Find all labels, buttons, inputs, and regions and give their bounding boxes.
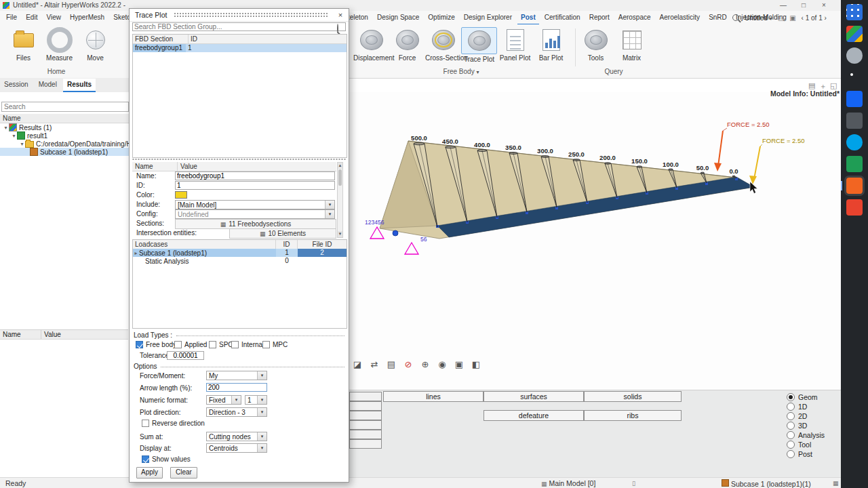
radio-analysis[interactable]: Analysis (787, 431, 825, 439)
numeric-format-select[interactable]: Fixed▾ (206, 395, 241, 405)
clear-button[interactable]: Clear (170, 467, 197, 479)
close-button[interactable]: × (814, 0, 834, 10)
tool-panel-plot[interactable]: Panel Plot (497, 27, 533, 62)
loadcase-row-static[interactable]: Static Analysis 0 (133, 257, 347, 265)
tool-files[interactable]: Files (5, 27, 41, 62)
spc-checkbox[interactable]: SPC (209, 341, 233, 348)
tool-cross-section[interactable]: Cross-Section (425, 27, 461, 62)
terminal-icon[interactable] (846, 113, 863, 129)
lines-button[interactable]: lines (383, 391, 484, 402)
dialog-titlebar[interactable]: Trace Plot × (130, 9, 349, 22)
settings-icon[interactable] (846, 47, 863, 64)
checkbox-icon[interactable] (262, 341, 270, 348)
col-fbd-section-group[interactable]: FBD Section Group (133, 35, 189, 43)
altair-app-icon[interactable] (846, 199, 863, 216)
radio-2d[interactable]: 2D (787, 412, 807, 420)
caret-right-icon[interactable]: ▸ (133, 250, 139, 256)
node-marker[interactable] (393, 230, 398, 236)
tool-trace-plot[interactable]: Trace Plot (461, 27, 497, 63)
id-field[interactable] (175, 181, 335, 190)
sum-at-select[interactable]: Cutting nodes▾ (206, 432, 267, 441)
defeature-button[interactable]: defeature (484, 410, 584, 421)
teams-icon[interactable] (846, 91, 863, 107)
launcher-icon[interactable] (846, 26, 863, 42)
checkbox-icon[interactable] (174, 341, 182, 348)
applied-checkbox[interactable]: Applied (174, 341, 207, 348)
menu-aeroelasticity[interactable]: Aeroelasticity (656, 11, 703, 24)
col-id[interactable]: ID (189, 35, 197, 43)
display-at-select[interactable]: Centroids▾ (206, 443, 267, 453)
color-swatch[interactable] (175, 191, 187, 199)
menu-view[interactable]: View (43, 11, 64, 24)
mpc-checkbox[interactable]: MPC (262, 341, 288, 348)
checkbox-icon[interactable] (142, 420, 149, 427)
apply-button[interactable]: Apply (136, 467, 163, 479)
radio-icon[interactable] (787, 441, 795, 449)
menu-aerospace[interactable]: Aerospace (615, 11, 654, 24)
fbd-search-input[interactable] (132, 22, 346, 31)
tool-bar-plot[interactable]: Bar Plot (533, 27, 569, 62)
tool-force[interactable]: Force (389, 27, 425, 62)
search-input[interactable] (1, 102, 129, 112)
ribbon-group-free-body[interactable]: Free Body ▾ (353, 68, 569, 75)
caret-down-icon[interactable]: ▾ (3, 125, 9, 131)
radio-icon[interactable] (787, 403, 795, 411)
tool-matrix[interactable]: Matrix (614, 27, 650, 62)
skype-icon[interactable] (846, 134, 863, 150)
caret-down-icon[interactable]: ▾ (11, 133, 17, 139)
arrow-length-field[interactable] (206, 383, 267, 392)
page-navigator[interactable]: ‹ 1 of 1 › (802, 14, 827, 22)
scroll-down-icon[interactable]: ▼ (338, 231, 342, 237)
grid-icon[interactable]: ▦ (833, 480, 839, 487)
radio-tool[interactable]: Tool (787, 441, 811, 449)
panel-field[interactable] (349, 430, 382, 439)
include-select[interactable]: [Main Model]▾ (175, 200, 335, 209)
hypermesh-icon[interactable] (846, 178, 863, 194)
tree-item-results[interactable]: ▾ Results (1) (0, 123, 131, 131)
radio-icon[interactable] (787, 431, 795, 439)
tool-tools[interactable]: Tools (578, 27, 614, 62)
props-scrollbar[interactable]: ▲ ▼ (337, 162, 343, 238)
ribs-button[interactable]: ribs (584, 410, 682, 421)
free-body-checkbox[interactable]: Free body (136, 341, 176, 348)
tool-move[interactable]: Move (77, 27, 113, 62)
maximize-button[interactable]: □ (793, 0, 814, 10)
plot-direction-select[interactable]: Direction - 3▾ (206, 407, 267, 417)
col-loadcases[interactable]: Loadcases (133, 240, 276, 249)
radio-3d[interactable]: 3D (787, 422, 807, 430)
sections-field[interactable]: ▦ 11 Freebodysections (175, 219, 336, 229)
tool-measure[interactable]: Measure (41, 27, 77, 62)
tab-results[interactable]: Results (63, 79, 96, 92)
menu-snrd[interactable]: SnRD (705, 11, 730, 24)
tool-displacement[interactable]: Displacement (353, 27, 389, 62)
panel-field[interactable] (349, 401, 382, 411)
fbd-group-row[interactable]: freebodygroup1 1 (133, 44, 347, 52)
col-loadcase-id[interactable]: ID (276, 240, 298, 249)
tab-session[interactable]: Session (0, 78, 33, 92)
tab-model[interactable]: Model (35, 78, 61, 92)
menu-optimize[interactable]: Optimize (425, 11, 458, 24)
reverse-direction-checkbox[interactable]: Reverse direction (142, 420, 205, 427)
page-icon[interactable]: ▯ (632, 480, 635, 487)
force-moment-select[interactable]: My▾ (206, 371, 267, 380)
start-icon[interactable] (846, 4, 863, 20)
radio-icon[interactable] (787, 393, 795, 401)
checkbox-icon[interactable] (231, 341, 239, 348)
radio-icon[interactable] (787, 412, 795, 420)
splitter-handle[interactable] (132, 157, 346, 161)
tree-item-result1[interactable]: ▾ result1 (0, 131, 139, 140)
show-values-checkbox[interactable]: Show values (142, 455, 191, 463)
numeric-precision-select[interactable]: 1▾ (245, 395, 267, 405)
config-select[interactable]: Undefined▾ (175, 209, 335, 219)
checkbox-icon[interactable] (136, 341, 143, 348)
caret-down-icon[interactable]: ▾ (19, 141, 25, 147)
panel-field[interactable] (349, 411, 382, 420)
subcase-indicator[interactable]: Subcase 1 (loadstep1)(1) (722, 479, 811, 488)
tree-item-result-path[interactable]: ▾ C:/oredata/OpenData/training/HM/F (0, 140, 147, 148)
document-dropdown[interactable]: Untitled ▾ (745, 14, 772, 22)
scroll-up-icon[interactable]: ▲ (338, 163, 342, 169)
col-file-id[interactable]: File ID (298, 240, 347, 249)
menu-post[interactable]: Post (517, 12, 539, 25)
menu-file[interactable]: File (3, 11, 20, 24)
loadcase-row-subcase[interactable]: ▸Subcase 1 (loadstep1) 1 2 (133, 249, 347, 257)
